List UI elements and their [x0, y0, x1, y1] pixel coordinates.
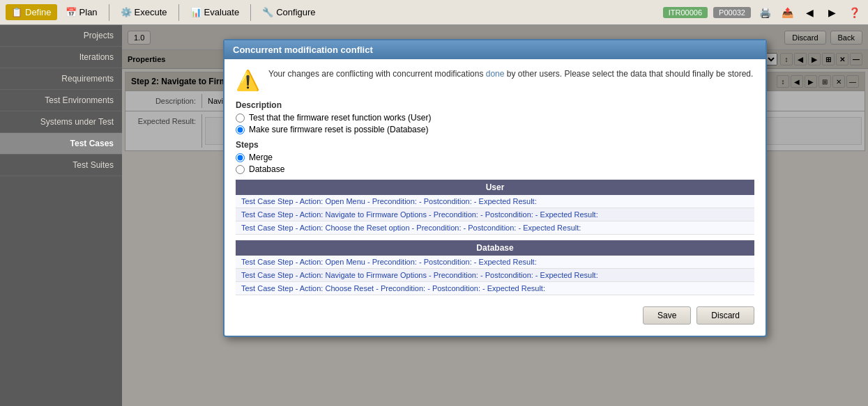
define-icon: 📋 [11, 7, 22, 17]
table-row: Test Case Step - Action: Navigate to Fir… [236, 269, 754, 282]
warning-icon: ⚠️ [236, 69, 260, 92]
conflict-dialog: Concurrent modification conflict ⚠️ Your… [223, 39, 767, 337]
content-area: 1.0 Discard Back Properties e View Mode … [122, 25, 868, 406]
plan-icon: 📅 [66, 7, 77, 17]
radio-db-desc-input[interactable] [236, 125, 245, 134]
table-row: Test Case Step - Action: Open Menu - Pre… [236, 195, 754, 208]
sidebar-item-projects[interactable]: Projects [0, 25, 122, 47]
sidebar-item-requirements[interactable]: Requirements [0, 68, 122, 90]
db-row-1: Test Case Step - Action: Open Menu - Pre… [236, 256, 754, 269]
dialog-title: Concurrent modification conflict [224, 40, 766, 59]
evaluate-icon: 📊 [190, 7, 201, 17]
toolbar-configure[interactable]: 🔧 Configure [257, 4, 321, 20]
table-row: Test Case Step - Action: Open Menu - Pre… [236, 256, 754, 269]
done-link[interactable]: done [486, 69, 505, 79]
dialog-overlay: Concurrent modification conflict ⚠️ Your… [122, 25, 868, 406]
toolbar-separator [109, 4, 109, 21]
warning-text: Your changes are conflicting with concur… [268, 68, 753, 80]
toolbar-separator-2 [178, 4, 179, 21]
configure-icon: 🔧 [262, 7, 273, 17]
toolbar-separator-3 [250, 4, 251, 21]
itr-badge[interactable]: ITR00006 [663, 7, 708, 18]
dialog-warning: ⚠️ Your changes are conflicting with con… [236, 68, 754, 92]
user-row-2: Test Case Step - Action: Navigate to Fir… [236, 208, 754, 221]
dialog-body: ⚠️ Your changes are conflicting with con… [224, 59, 766, 336]
dialog-footer: Save Discard [236, 301, 754, 327]
sidebar-item-iterations[interactable]: Iterations [0, 47, 122, 68]
db-row-2: Test Case Step - Action: Navigate to Fir… [236, 269, 754, 282]
steps-section-label: Steps [236, 140, 754, 150]
user-table: User Test Case Step - Action: Open Menu … [236, 180, 754, 235]
user-row-3: Test Case Step - Action: Choose the Rese… [236, 221, 754, 235]
radio-user-desc-input[interactable] [236, 114, 245, 123]
table-row: Test Case Step - Action: Navigate to Fir… [236, 208, 754, 221]
table-row: Test Case Step - Action: Choose Reset - … [236, 282, 754, 295]
description-section-label: Description [236, 100, 754, 110]
db-row-3: Test Case Step - Action: Choose Reset - … [236, 282, 754, 295]
top-toolbar: 📋 Define 📅 Plan ⚙️ Execute 📊 Evaluate 🔧 … [0, 0, 868, 25]
database-table-header: Database [236, 240, 754, 256]
table-row: Test Case Step - Action: Choose the Rese… [236, 221, 754, 235]
user-row-1: Test Case Step - Action: Open Menu - Pre… [236, 195, 754, 208]
radio-user-desc-label: Test that the firmware reset function wo… [249, 113, 431, 123]
back-icon[interactable]: ◀ [801, 4, 818, 21]
radio-merge[interactable]: Merge [236, 153, 754, 162]
forward-icon[interactable]: ▶ [823, 4, 840, 21]
radio-user-desc[interactable]: Test that the firmware reset function wo… [236, 113, 754, 123]
radio-database[interactable]: Database [236, 164, 754, 174]
sidebar: Projects Iterations Requirements Test En… [0, 25, 122, 406]
toolbar-right: ITR00006 P00032 🖨️ 📤 ◀ ▶ ❓ [663, 4, 862, 21]
radio-database-input[interactable] [236, 165, 245, 174]
export-icon[interactable]: 📤 [779, 4, 795, 21]
radio-merge-label: Merge [249, 153, 273, 162]
sidebar-item-systems-under-test[interactable]: Systems under Test [0, 111, 122, 133]
user-table-header: User [236, 180, 754, 195]
toolbar-define[interactable]: 📋 Define [6, 4, 57, 20]
p-badge[interactable]: P00032 [713, 7, 751, 18]
discard-dialog-button[interactable]: Discard [696, 306, 754, 325]
radio-db-desc[interactable]: Make sure firmware reset is possible (Da… [236, 125, 754, 134]
save-button[interactable]: Save [643, 306, 691, 325]
toolbar-execute[interactable]: ⚙️ Execute [115, 4, 173, 20]
sidebar-item-test-cases[interactable]: Test Cases [0, 133, 122, 155]
toolbar-evaluate[interactable]: 📊 Evaluate [185, 4, 245, 20]
help-icon[interactable]: ❓ [846, 4, 862, 21]
database-table: Database Test Case Step - Action: Open M… [236, 240, 754, 295]
radio-db-desc-label: Make sure firmware reset is possible (Da… [249, 125, 428, 134]
print-icon[interactable]: 🖨️ [756, 4, 773, 21]
toolbar-plan[interactable]: 📅 Plan [60, 4, 103, 20]
sidebar-item-test-environments[interactable]: Test Environments [0, 90, 122, 111]
sidebar-item-test-suites[interactable]: Test Suites [0, 155, 122, 176]
execute-icon: ⚙️ [121, 7, 132, 17]
radio-merge-input[interactable] [236, 153, 245, 162]
main-layout: Projects Iterations Requirements Test En… [0, 25, 868, 406]
radio-database-label: Database [249, 164, 284, 174]
